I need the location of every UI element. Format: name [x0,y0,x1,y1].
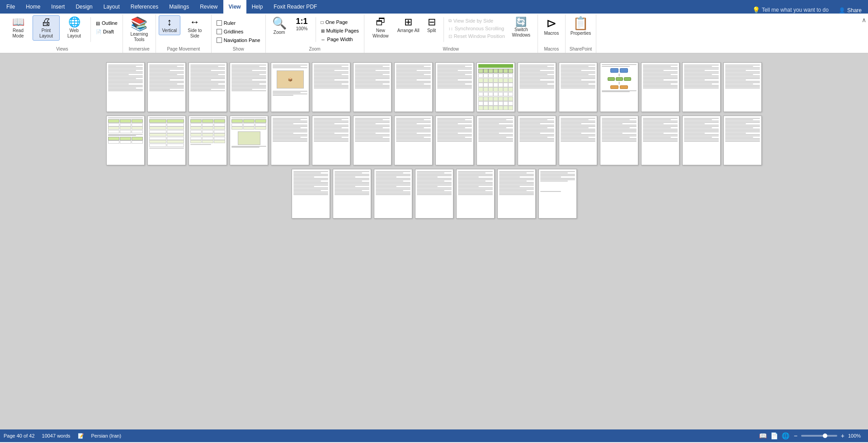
outline-button[interactable]: ▤ Outline [94,19,120,27]
zoom-increase-button[interactable]: + [841,432,844,439]
page-18-table[interactable] [147,116,186,165]
page-38[interactable] [497,169,536,219]
page-27[interactable] [518,116,556,165]
tab-foxit[interactable]: Foxit Reader PDF [268,0,322,14]
tab-design[interactable]: Design [70,0,98,14]
page-16[interactable] [723,62,762,112]
web-layout-button[interactable]: 🌐 Web Layout [61,15,88,41]
side-to-side-button[interactable]: ↔ Side to Side [181,15,208,41]
page-3[interactable] [189,62,227,112]
tab-home[interactable]: Home [20,0,46,14]
page-5[interactable]: 📦 [271,62,309,112]
page-2[interactable] [147,62,186,112]
page-13-diagram[interactable] [600,62,638,112]
share-button[interactable]: 👤 Share [833,7,867,14]
new-window-button[interactable]: 🗗 New Window [367,15,394,41]
tab-help[interactable]: Help [246,0,269,14]
page-30[interactable] [641,116,679,165]
page-21[interactable] [271,116,309,165]
page-29[interactable] [600,116,638,165]
page-32[interactable] [723,116,762,165]
page-width-button[interactable]: ↔ Page Width [319,35,361,43]
table-cell [478,83,483,87]
status-right: 📖 📄 🌐 − + 100% [758,431,864,440]
table-cell [498,101,503,106]
reset-window-position-button[interactable]: ⊡ Reset Window Position [447,33,507,40]
switch-windows-label: Switch Windows [510,27,533,38]
page-10-table[interactable] [476,62,515,112]
properties-button[interactable]: 📋 Properties [568,15,594,38]
tab-file[interactable]: File [1,0,20,14]
page-34[interactable] [333,169,371,219]
page-39[interactable] [538,169,577,219]
reset-window-position-label: Reset Window Position [454,33,505,39]
tab-layout[interactable]: Layout [98,0,125,14]
zoom-level[interactable]: 100% [848,433,864,438]
web-layout-view-icon[interactable]: 🌐 [781,431,790,440]
arrange-all-button[interactable]: ⊞ Arrange All [395,15,422,35]
page-6[interactable] [312,62,350,112]
learning-tools-button[interactable]: 📚 Learning Tools [126,15,153,44]
page-28[interactable] [559,116,597,165]
page-11[interactable] [518,62,556,112]
table-cell [503,87,508,92]
print-layout-button[interactable]: 🖨 Print Layout [33,15,60,41]
page-20-table[interactable] [230,116,268,165]
zoom-separator [316,17,316,42]
page-22[interactable] [312,116,350,165]
tab-view[interactable]: View [223,0,246,14]
zoom-100-button[interactable]: 1:1 100% [291,15,313,33]
page-33[interactable] [292,169,330,219]
ribbon-collapse[interactable]: ∧ [862,14,866,53]
zoom-button[interactable]: 🔍 Zoom [269,15,290,37]
page-12[interactable] [559,62,597,112]
split-button[interactable]: ⊟ Split [423,15,441,35]
page-24[interactable] [394,116,433,165]
print-layout-view-icon[interactable]: 📄 [769,431,779,440]
page-17-table[interactable] [106,116,145,165]
navigation-pane-checkbox[interactable]: Navigation Pane [214,36,263,44]
page-35[interactable] [374,169,412,219]
multiple-pages-button[interactable]: ⊞ Multiple Pages [319,27,361,35]
tab-references[interactable]: References [125,0,164,14]
page-37[interactable] [456,169,495,219]
vertical-button[interactable]: ↕ Vertical [159,15,180,35]
zoom-slider[interactable] [801,435,837,437]
page-4[interactable] [230,62,268,112]
page-36[interactable] [415,169,453,219]
read-mode-view-icon[interactable]: 📖 [758,431,768,440]
tab-mailings[interactable]: Mailings [164,0,194,14]
page-19-table[interactable] [189,116,227,165]
page-15[interactable] [682,62,721,112]
tab-review[interactable]: Review [194,0,223,14]
draft-button[interactable]: 📄 Draft [94,28,120,36]
page-23[interactable] [353,116,392,165]
zoom-decrease-button[interactable]: − [794,432,797,439]
ribbon-group-macros: ⊳ Macros Macros [538,14,566,53]
zoom-view-options: □ One Page ⊞ Multiple Pages ↔ Page Width [319,18,361,43]
read-mode-button[interactable]: 📖 Read Mode [5,15,32,41]
synchronous-scrolling-button[interactable]: ↕↕ Synchronous Scrolling [447,25,507,32]
tab-insert[interactable]: Insert [46,0,70,14]
page-31[interactable] [682,116,721,165]
switch-windows-button[interactable]: 🔄 Switch Windows [508,15,535,40]
one-page-button[interactable]: □ One Page [319,18,361,26]
proofing-icon[interactable]: 📝 [78,433,84,439]
ruler-checkbox[interactable]: Ruler [214,19,263,27]
pages-row-3 [292,169,577,219]
page-9[interactable] [435,62,474,112]
page-8[interactable] [394,62,433,112]
table-cell [478,101,483,106]
page-1[interactable] [106,62,145,112]
language[interactable]: Persian (Iran) [91,433,122,438]
table-cell [488,78,493,83]
search-area[interactable]: 💡 Tell me what you want to do [748,6,833,14]
page-7[interactable] [353,62,392,112]
macros-button[interactable]: ⊳ Macros [541,15,562,38]
gridlines-checkbox[interactable]: Gridlines [214,28,263,36]
page-14[interactable] [641,62,679,112]
page-25[interactable] [435,116,474,165]
view-side-by-side-button[interactable]: ⧉ View Side by Side [447,17,507,24]
page-26[interactable] [476,116,515,165]
line [108,89,143,90]
